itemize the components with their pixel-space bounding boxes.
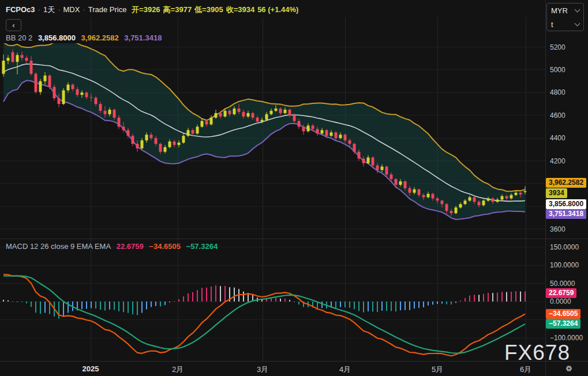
exchange-label: MDX: [63, 5, 80, 14]
price-tick-label: 5000: [550, 66, 565, 74]
price-tick-label: 4600: [550, 111, 565, 120]
chevron-down-icon: [575, 7, 580, 13]
change-value: 56 (+1.44%): [257, 5, 298, 14]
price-tick-label: 4400: [550, 134, 565, 142]
macd-tick-label: 0.0000: [550, 297, 571, 306]
macd-label: MACD 12 26 close 9 EMA EMA: [6, 242, 111, 251]
bb-label: BB 20 2: [6, 33, 32, 42]
high-value: 高=3977: [163, 5, 192, 14]
unit-value: t: [551, 20, 553, 29]
time-axis-label: 2025: [77, 364, 104, 373]
currency-value: MYR: [551, 6, 568, 15]
price-tick-label: 4800: [550, 88, 565, 96]
back-chevron-icon: ‹: [12, 21, 14, 29]
currency-unit-selector: MYR t: [546, 3, 584, 31]
time-axis-label: 2月: [164, 364, 192, 375]
panel-divider[interactable]: [0, 239, 588, 239]
macd-tick-label: 100.0000: [550, 261, 579, 269]
chevron-down-icon: [575, 21, 580, 27]
macd-hist-value: 22.6759: [117, 242, 144, 251]
back-button[interactable]: ‹: [6, 19, 21, 31]
open-value: 开=3926: [132, 5, 160, 14]
bb-lower-value: 3,751.3418: [124, 33, 162, 42]
close-value: 收=3934: [226, 5, 255, 14]
axis-price-badge: 3934: [546, 188, 567, 198]
axis-price-badge: −57.3264: [546, 319, 580, 329]
symbol-legend[interactable]: FCPOc3·1天·MDX·Trade Price 开=3926高=3977低=…: [6, 5, 301, 15]
time-axis-label: 3月: [249, 364, 276, 375]
fx678-watermark: FX678: [504, 341, 574, 365]
chart-canvas[interactable]: [0, 0, 588, 376]
time-axis-label: 6月: [512, 364, 540, 375]
low-value: 低=3905: [194, 5, 223, 14]
symbol-name: FCPOc3: [6, 5, 35, 14]
bb-indicator-legend[interactable]: BB 20 2 3,856.8000 3,962.2582 3,751.3418: [6, 33, 165, 42]
macd-tick-label: 50.0000: [550, 280, 575, 288]
currency-dropdown[interactable]: MYR: [547, 3, 583, 17]
axis-price-badge: 3,962.2582: [546, 178, 586, 188]
time-axis-border: [0, 361, 588, 362]
time-axis-label: 4月: [331, 364, 359, 375]
axis-price-badge: −34.6505: [546, 309, 580, 319]
interval-label: 1天: [43, 5, 55, 14]
bb-basis-value: 3,856.8000: [38, 33, 76, 42]
series-type-label: Trade Price: [88, 5, 127, 14]
unit-dropdown[interactable]: t: [547, 17, 583, 31]
macd-indicator-legend[interactable]: MACD 12 26 close 9 EMA EMA 22.6759 −34.6…: [6, 242, 221, 251]
price-tick-label: 5200: [550, 43, 565, 51]
axis-price-badge: 3,856.8000: [546, 199, 586, 209]
price-tick-label: 4200: [550, 157, 565, 165]
bb-upper-value: 3,962.2582: [81, 33, 119, 42]
macd-line-value: −34.6505: [149, 242, 181, 251]
axis-price-badge: 3,751.3418: [546, 209, 586, 219]
time-axis-settings-gear-icon[interactable]: [564, 363, 574, 374]
time-axis-label: 5月: [424, 364, 451, 375]
axis-price-badge: 22.6759: [546, 288, 576, 298]
macd-tick-label: 150.0000: [550, 243, 579, 251]
price-tick-label: 3600: [550, 225, 565, 233]
macd-signal-value: −57.3264: [186, 242, 218, 251]
trading-chart-window: FCPOc3·1天·MDX·Trade Price 开=3926高=3977低=…: [0, 0, 588, 376]
